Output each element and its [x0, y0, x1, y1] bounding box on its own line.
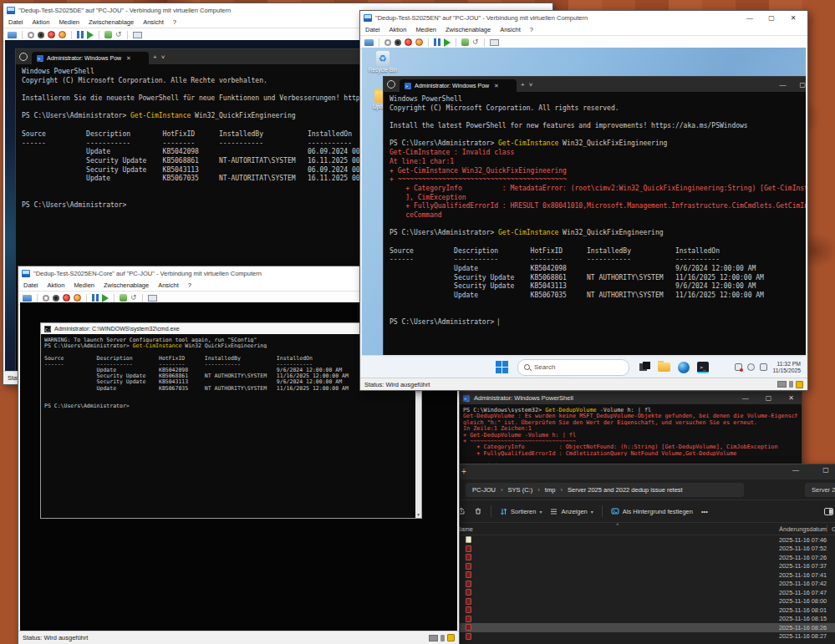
menu-item-medien[interactable]: Medien	[74, 281, 94, 289]
menu-item-datei[interactable]: Datei	[23, 281, 38, 289]
breadcrumb-item-sys-c[interactable]: SYS (C:)	[508, 486, 533, 494]
delete-icon[interactable]	[474, 507, 482, 515]
tray-network-icon[interactable]	[747, 363, 755, 371]
new-tab-button[interactable]: +	[153, 53, 157, 61]
ctrl-alt-del-icon[interactable]	[23, 295, 32, 302]
turn-off-vm-icon[interactable]	[53, 295, 59, 302]
task-view-icon[interactable]	[639, 362, 650, 373]
save-vm-icon[interactable]	[74, 294, 81, 302]
column-header-date[interactable]: Änderungsdatum	[779, 525, 827, 533]
ctrl-alt-del-icon[interactable]	[8, 32, 17, 38]
powershell-title-bar[interactable]: >_ Administrator: Windows PowerShell — ▢…	[459, 392, 802, 404]
vm2-screen[interactable]: ♻ Recycle Bin Updates >_ Administrator: …	[362, 48, 806, 378]
menu-item-aktion[interactable]: Aktion	[33, 18, 50, 26]
file-row[interactable]: Step 6 DedupTest Trying to update the tw…	[444, 588, 835, 597]
desktop-icon-recycle-bin[interactable]: ♻ Recycle Bin	[364, 51, 401, 73]
breadcrumb-item-server-2025-and-2022-dedup-issue-retest[interactable]: Server 2025 and 2022 dedup issue retest	[568, 486, 683, 494]
turn-off-vm-icon[interactable]	[395, 39, 401, 46]
file-row[interactable]: Step 4 DedupTest before Start updates.PN…	[444, 570, 835, 580]
taskbar-search[interactable]: Search	[517, 359, 629, 376]
enhanced-session-icon[interactable]	[133, 32, 142, 38]
close-button[interactable]: ✕	[788, 394, 794, 402]
tab-bar-circle-icon[interactable]	[19, 53, 28, 61]
breadcrumb[interactable]: PC-JOU›SYS (C:)›tmp›Server 2025 and 2022…	[466, 483, 744, 497]
turn-off-vm-icon[interactable]	[38, 32, 44, 38]
breadcrumb-item-tmp[interactable]: tmp	[545, 486, 556, 494]
taskbar-clock[interactable]: 11:32 PM 11/15/2025	[772, 361, 801, 374]
explorer-new-tab-button[interactable]: +	[461, 467, 466, 476]
menu-item-zwischenablage[interactable]: Zwischenablage	[104, 281, 149, 289]
file-row[interactable]: Step 8 DedupTest Counter-test. Updates s…	[444, 606, 835, 615]
breadcrumb-item-pc-jou[interactable]: PC-JOU	[472, 486, 496, 494]
menu-item-datei[interactable]: Datei	[8, 18, 23, 26]
start-button[interactable]	[496, 361, 509, 374]
pause-vm-icon[interactable]	[434, 38, 440, 46]
more-options-button[interactable]: •••	[701, 508, 708, 515]
revert-icon[interactable]: ↺	[115, 31, 122, 38]
enhanced-session-icon[interactable]	[490, 39, 499, 46]
pause-vm-icon[interactable]	[92, 294, 99, 302]
tab-close-icon[interactable]: ✕	[494, 83, 499, 89]
tab-close-icon[interactable]: ✕	[126, 55, 131, 62]
file-row[interactable]: Step 11 DedupTest Counter-Test. Reboot a…	[444, 632, 835, 641]
menu-item-aktion[interactable]: Aktion	[48, 281, 65, 289]
shutdown-vm-icon[interactable]	[48, 31, 55, 38]
tab-dropdown-icon[interactable]: ˅	[529, 81, 533, 89]
minimize-button[interactable]: —	[779, 81, 786, 89]
column-header-size[interactable]: Größe	[832, 525, 835, 533]
search-input[interactable]: Server 2025 and 2022 dedup issue r	[805, 483, 835, 497]
file-row[interactable]: Step 5 DedupTest UNEXCPECTED Server 2025…	[444, 580, 835, 589]
file-row[interactable]: msinfo32, with dedup for drive H activat…	[444, 535, 835, 545]
checkpoint-icon[interactable]	[104, 31, 112, 38]
file-row[interactable]: Step 7 DedupTest Counter-test. Reformatt…	[444, 597, 835, 606]
minimize-button[interactable]: —	[742, 394, 749, 402]
menu-item-aktion[interactable]: Aktion	[389, 26, 407, 33]
menu-item-item[interactable]: ?	[173, 18, 176, 26]
reset-vm-icon[interactable]	[87, 31, 94, 39]
menu-item-datei[interactable]: Datei	[365, 26, 380, 33]
menu-item-medien[interactable]: Medien	[59, 18, 79, 26]
close-button[interactable]: ✕	[782, 12, 804, 23]
view-button[interactable]: Anzeigen▾	[550, 508, 593, 515]
maximize-button[interactable]: ▢	[799, 81, 806, 89]
checkpoint-icon[interactable]	[461, 38, 469, 46]
file-row[interactable]: Step 10 DedupTest Counter-Test. Reboot a…	[444, 623, 835, 632]
terminal-taskbar-icon[interactable]: >_	[697, 362, 709, 373]
vm2-terminal-tab[interactable]: >_ Administrator: Windows Pow ✕	[400, 79, 517, 92]
vm2-terminal-content[interactable]: Windows PowerShellCopyright (C) Microsof…	[384, 92, 806, 331]
reset-vm-icon[interactable]	[102, 294, 109, 302]
start-vm-icon[interactable]	[28, 32, 34, 38]
powershell-content[interactable]: PS C:\Windows\system32> Get-DedupVolume …	[459, 404, 802, 471]
shutdown-vm-icon[interactable]	[63, 294, 70, 302]
menu-item-zwischenablage[interactable]: Zwischenablage	[446, 26, 491, 33]
tray-device-icon[interactable]	[735, 363, 742, 371]
ctrl-alt-del-icon[interactable]	[364, 39, 374, 46]
file-row[interactable]: Step 9 DedupTest Counter-test. 15 minute…	[444, 615, 835, 624]
set-background-button[interactable]: Als Hintergrund festlegen	[611, 507, 693, 515]
sort-button[interactable]: Sortieren▾	[500, 508, 542, 515]
revert-icon[interactable]: ↺	[130, 294, 137, 302]
menu-item-item[interactable]: ?	[530, 26, 533, 33]
vm1-terminal-tab[interactable]: >_ Administrator: Windows Pow ✕	[32, 52, 149, 64]
tab-bar-circle-icon[interactable]	[387, 80, 395, 89]
shutdown-vm-icon[interactable]	[405, 38, 412, 46]
maximize-button[interactable]: ▢	[815, 466, 835, 474]
file-row[interactable]: Step 2 DedupTest Server2025 26100.1742.2…	[444, 553, 835, 562]
menu-item-zwischenablage[interactable]: Zwischenablage	[89, 18, 134, 26]
start-vm-icon[interactable]	[384, 39, 391, 46]
minimize-button[interactable]: —	[739, 12, 761, 23]
maximize-button[interactable]: ▢	[766, 394, 772, 402]
pause-vm-icon[interactable]	[77, 31, 84, 38]
menu-item-ansicht[interactable]: Ansicht	[143, 18, 164, 26]
menu-item-item[interactable]: ?	[188, 281, 191, 289]
edge-browser-icon[interactable]	[678, 362, 690, 373]
start-vm-icon[interactable]	[43, 295, 49, 302]
details-pane-button[interactable]: D	[824, 508, 835, 515]
minimize-button[interactable]: —	[785, 466, 807, 474]
vm2-title-bar[interactable]: "Dedup-Test-S2025EN" auf "PC-JOU" - Verb…	[360, 11, 807, 24]
tray-volume-icon[interactable]	[760, 363, 767, 371]
enhanced-session-icon[interactable]	[148, 295, 157, 302]
file-explorer-icon[interactable]	[658, 363, 670, 372]
tab-dropdown-icon[interactable]: ˅	[161, 53, 165, 61]
maximize-button[interactable]: ▢	[761, 12, 782, 23]
